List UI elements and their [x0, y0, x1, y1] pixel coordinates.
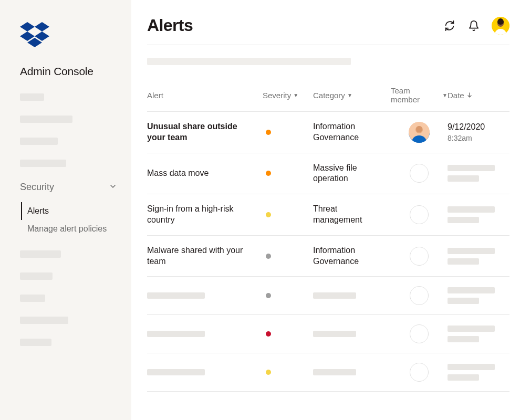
col-header-alert[interactable]: Alert — [147, 91, 263, 100]
category-placeholder — [313, 331, 356, 337]
main-header: Alerts — [147, 16, 509, 35]
svg-marker-0 — [20, 22, 35, 32]
caret-down-icon: ▼ — [347, 92, 352, 98]
table-body: Unusual share outside your teamInformati… — [147, 112, 509, 392]
category-text: Massive file operation — [313, 163, 386, 185]
arrow-down-icon — [466, 91, 473, 100]
security-subnav: Alerts Manage alert policies — [21, 202, 131, 238]
filter-bar-placeholder — [147, 58, 351, 65]
table-row[interactable] — [147, 315, 509, 353]
col-header-category-label: Category — [313, 91, 345, 100]
severity-dot — [266, 171, 271, 176]
caret-down-icon: ▼ — [442, 92, 448, 98]
header-divider — [147, 45, 509, 45]
sidebar-security-label: Security — [20, 182, 54, 193]
category-text: Information Governance — [313, 121, 386, 143]
time-placeholder — [448, 217, 479, 223]
member-placeholder — [410, 164, 429, 183]
subnav-alerts[interactable]: Alerts — [21, 202, 131, 220]
col-header-severity-label: Severity — [263, 91, 291, 100]
table-row[interactable]: Unusual share outside your teamInformati… — [147, 112, 509, 153]
time-placeholder — [448, 298, 479, 304]
date-placeholder — [448, 287, 495, 293]
category-placeholder — [313, 369, 356, 375]
severity-dot — [266, 293, 271, 298]
table-row[interactable]: Sign-in from a high-risk countryThreat m… — [147, 194, 509, 236]
severity-dot — [266, 130, 271, 135]
table-row[interactable] — [147, 277, 509, 315]
col-header-alert-label: Alert — [147, 91, 163, 100]
table-row[interactable] — [147, 353, 509, 392]
member-placeholder — [410, 363, 429, 382]
col-header-category[interactable]: Category ▼ — [313, 91, 391, 100]
alert-name: Malware shared with your team — [147, 245, 257, 267]
category-placeholder — [313, 292, 356, 299]
caret-down-icon: ▼ — [293, 92, 298, 98]
time-placeholder — [448, 336, 479, 342]
member-placeholder — [410, 247, 429, 266]
alert-name-placeholder — [147, 331, 205, 337]
alert-name: Mass data move — [147, 168, 257, 179]
member-placeholder — [410, 324, 429, 343]
main-content: Alerts — [131, 0, 520, 420]
date-placeholder — [448, 206, 495, 213]
col-header-date-label: Date — [448, 91, 464, 100]
category-text: Threat management — [313, 204, 386, 226]
date-placeholder — [448, 248, 495, 254]
date-text: 9/12/2020 — [448, 122, 509, 133]
member-avatar[interactable] — [409, 122, 430, 143]
time-placeholder — [448, 374, 479, 381]
time-placeholder — [448, 175, 479, 182]
chevron-down-icon — [109, 183, 117, 192]
col-header-severity[interactable]: Severity ▼ — [263, 91, 313, 100]
user-avatar[interactable] — [492, 17, 509, 35]
alert-name-placeholder — [147, 292, 205, 299]
console-title: Admin Console — [20, 65, 131, 78]
date-placeholder — [448, 364, 495, 370]
bell-icon[interactable] — [467, 19, 480, 32]
category-text: Information Governance — [313, 245, 386, 267]
severity-dot — [266, 212, 271, 217]
table-header: Alert Severity ▼ Category ▼ Team member … — [147, 86, 509, 112]
refresh-icon[interactable] — [443, 19, 456, 32]
sidebar-nav-placeholders-2 — [20, 250, 131, 346]
sidebar-nav-placeholders — [20, 93, 131, 167]
severity-dot — [266, 331, 271, 337]
date-placeholder — [448, 326, 495, 332]
subnav-manage-policies[interactable]: Manage alert policies — [21, 220, 131, 238]
svg-point-9 — [416, 126, 422, 132]
dropbox-logo-icon — [20, 22, 131, 49]
svg-marker-1 — [35, 22, 49, 32]
time-text: 8:32am — [448, 134, 509, 142]
date-placeholder — [448, 165, 495, 171]
col-header-date[interactable]: Date — [448, 91, 509, 100]
sidebar-item-security[interactable]: Security — [0, 182, 131, 193]
severity-dot — [266, 370, 271, 375]
col-header-member[interactable]: Team member ▼ — [391, 86, 448, 104]
alert-name: Unusual share outside your team — [147, 121, 257, 143]
sidebar: Admin Console Security Alerts Manage ale… — [0, 0, 131, 420]
page-title: Alerts — [147, 16, 193, 35]
table-row[interactable]: Mass data moveMassive file operation — [147, 153, 509, 195]
time-placeholder — [448, 258, 479, 265]
severity-dot — [266, 254, 271, 259]
col-header-member-label: Team member — [391, 86, 440, 104]
alert-name-placeholder — [147, 369, 205, 375]
member-placeholder — [410, 205, 429, 224]
table-row[interactable]: Malware shared with your teamInformation… — [147, 236, 509, 277]
header-actions — [443, 17, 509, 35]
member-placeholder — [410, 286, 429, 305]
alert-name: Sign-in from a high-risk country — [147, 204, 257, 226]
alerts-table: Alert Severity ▼ Category ▼ Team member … — [147, 86, 509, 392]
